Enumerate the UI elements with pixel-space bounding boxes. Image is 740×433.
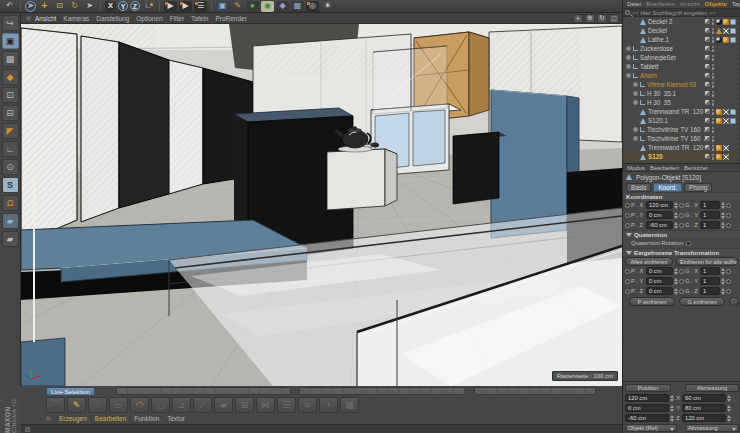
tree-item[interactable]: H 30_35 [623, 98, 737, 107]
reset-circle[interactable] [625, 279, 630, 284]
reset-circle[interactable] [679, 203, 684, 208]
gy-input[interactable]: 1 [700, 211, 720, 219]
menu-textur[interactable]: Textur [167, 415, 185, 422]
tree-item[interactable]: Tischvitrine TV 160_20 B [623, 125, 737, 134]
reset-circle[interactable] [625, 203, 630, 208]
reset-circle[interactable] [726, 203, 731, 208]
add-mograph-icon[interactable]: ▦ [291, 1, 304, 12]
visibility-dots[interactable] [712, 145, 715, 151]
add-generator-icon[interactable]: ● [246, 1, 259, 12]
fpx-input[interactable]: 0 cm [646, 267, 673, 275]
add-cube-icon[interactable]: ▣ [216, 1, 229, 12]
magnet-icon[interactable]: Ω [2, 195, 19, 211]
menu-darstellung[interactable]: Darstellung [96, 15, 129, 22]
dimension-z-input[interactable]: 120 cm [682, 414, 726, 422]
gx-input[interactable]: 1 [700, 201, 720, 209]
pz-input[interactable]: -60 cm [646, 221, 673, 229]
reset-circle[interactable] [726, 289, 731, 294]
tab-basis[interactable]: Basis [626, 183, 651, 192]
timeline-segment[interactable] [299, 387, 466, 395]
last-used-tool-icon[interactable]: ➤ [83, 1, 96, 12]
expand-icon[interactable] [633, 100, 638, 105]
cut-button[interactable] [729, 297, 739, 306]
texture-mode-icon[interactable]: ▩ [2, 51, 19, 67]
edit-toggle-icon[interactable] [705, 154, 710, 159]
quaternion-checkbox[interactable] [686, 241, 691, 246]
py-input[interactable]: 0 cm [646, 211, 673, 219]
panel-icon[interactable] [26, 16, 31, 21]
viewport-solo-icon[interactable]: ⊙ [2, 159, 19, 175]
edges-mode-icon[interactable]: ⊟ [2, 105, 19, 121]
stepper[interactable] [721, 278, 725, 285]
gz-input[interactable]: 1 [700, 221, 720, 229]
tree-item[interactable]: Zuckerdose [623, 44, 737, 53]
polygon-pen-tool-icon[interactable]: ▱ [109, 397, 128, 413]
reset-circle[interactable] [679, 223, 684, 228]
edit-toggle-icon[interactable] [705, 73, 710, 78]
tree-item[interactable]: Deckel [623, 26, 737, 35]
tree-item[interactable]: Tablett [623, 62, 737, 71]
lock-x-axis-icon[interactable]: X [105, 1, 116, 12]
edit-toggle-icon[interactable] [705, 118, 710, 123]
tab-phong[interactable]: Phong [684, 183, 712, 192]
stepper[interactable] [674, 222, 678, 229]
reset-circle[interactable] [625, 213, 630, 218]
menu-ansicht[interactable]: Ansicht [35, 15, 56, 22]
add-light-icon[interactable]: ☀ [321, 1, 334, 12]
edit-toggle-icon[interactable] [705, 127, 710, 132]
add-volume-icon[interactable]: ◆ [276, 1, 289, 12]
visibility-dots[interactable] [712, 118, 715, 124]
toggle-view-icon[interactable]: □ [609, 14, 619, 23]
stepper[interactable] [727, 405, 731, 412]
tree-item[interactable]: Trennwand TR_120_A [623, 143, 737, 152]
expand-icon[interactable] [633, 127, 638, 132]
reset-circle[interactable] [679, 289, 684, 294]
menu-filter[interactable]: Filter [170, 15, 184, 22]
visibility-dots[interactable] [712, 109, 715, 115]
position-mode-dropdown[interactable]: Objekt (Rel) [625, 424, 677, 432]
stepper[interactable] [674, 202, 678, 209]
model-mode-icon[interactable]: ▣ [2, 33, 19, 49]
close-contour-tool-icon[interactable]: ◡ [151, 397, 170, 413]
edit-toggle-icon[interactable] [705, 37, 710, 42]
menu-optionen[interactable]: Optionen [136, 15, 162, 22]
stepper[interactable] [721, 288, 725, 295]
dimension-mode-dropdown[interactable]: Abmessung [685, 424, 739, 432]
visibility-dots[interactable] [712, 46, 715, 52]
move-tool-icon[interactable]: + [38, 1, 51, 12]
stepper[interactable] [727, 415, 731, 422]
reset-circle[interactable] [679, 269, 684, 274]
menu-bearbeiten[interactable]: Bearbeiten [650, 165, 679, 171]
dimension-x-input[interactable]: 60 cm [682, 394, 726, 402]
reset-circle[interactable] [625, 223, 630, 228]
section-frozen-transform[interactable]: Eingefrorene Transformation [623, 248, 740, 256]
tag-icons[interactable] [716, 37, 737, 43]
tree-item[interactable]: Trennwand TR_120_A.1 [623, 107, 737, 116]
arch-tool-icon[interactable]: ⌒ [46, 397, 65, 413]
reset-circle[interactable] [679, 213, 684, 218]
reset-circle[interactable] [625, 289, 630, 294]
expand-icon[interactable] [626, 55, 631, 60]
pan-view-icon[interactable]: + [573, 14, 583, 23]
add-camera-icon[interactable]: ◎ [306, 1, 319, 12]
stepper[interactable] [721, 268, 725, 275]
fgy-input[interactable]: 1 [700, 277, 720, 285]
triangulate-tool-icon[interactable]: ⊿ [172, 397, 191, 413]
tag-icons[interactable] [716, 145, 737, 151]
stepper[interactable] [727, 395, 731, 402]
visibility-dots[interactable] [712, 64, 715, 70]
menu-prorender[interactable]: ProRender [215, 15, 246, 22]
tree-item[interactable]: Ahorn [623, 71, 737, 80]
edit-toggle-icon[interactable] [705, 64, 710, 69]
visibility-dots[interactable] [712, 82, 715, 88]
rotate-tool-icon[interactable]: ↻ [68, 1, 81, 12]
rotate-view-icon[interactable]: ↻ [597, 14, 607, 23]
tag-icons[interactable] [716, 154, 737, 160]
fpy-input[interactable]: 0 cm [646, 277, 673, 285]
tag-icons[interactable] [716, 28, 737, 34]
visibility-dots[interactable] [712, 19, 715, 25]
expand-icon[interactable] [633, 91, 638, 96]
reset-circle[interactable] [625, 269, 630, 274]
expand-icon[interactable] [626, 64, 631, 69]
visibility-dots[interactable] [712, 91, 715, 97]
